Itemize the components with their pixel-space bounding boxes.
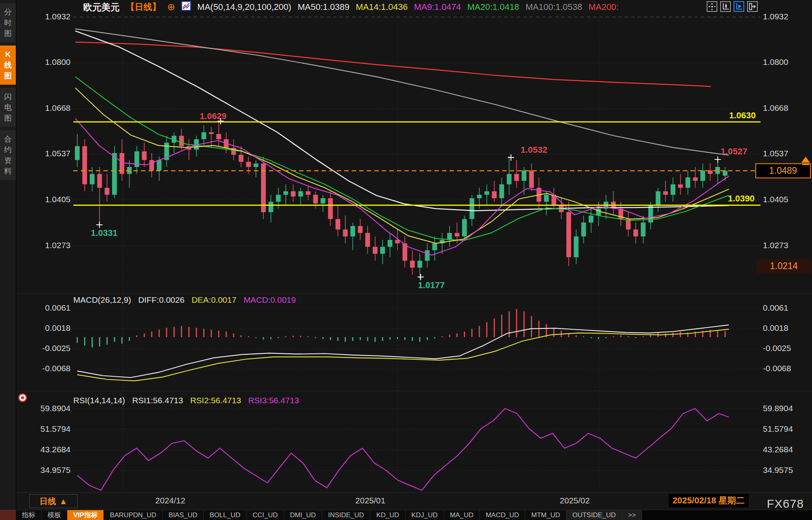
panel-collapse-tool-button[interactable] xyxy=(747,1,758,12)
sidebar-item-lightning-chart[interactable]: 闪电图 xyxy=(0,88,16,127)
price-annotation: 1.0629 xyxy=(200,111,226,121)
macd-macd-value: MACD:0.0019 xyxy=(244,295,296,305)
candle-body xyxy=(75,146,80,160)
candle-body xyxy=(693,177,698,181)
chart-canvas[interactable]: 1.06301.03901.04891.02141.09321.09321.08… xyxy=(0,0,812,520)
tab-dmiud[interactable]: DMI_UD xyxy=(284,510,322,520)
tab-kdud[interactable]: KD_UD xyxy=(370,510,406,520)
axis-label: 0.0018 xyxy=(763,323,788,332)
tab-insideud[interactable]: INSIDE_UD xyxy=(322,510,370,520)
candle-body xyxy=(105,188,109,195)
candle-body xyxy=(447,233,452,240)
axis-label: 51.5794 xyxy=(40,424,71,433)
candle-body xyxy=(142,151,147,160)
candle-body xyxy=(269,202,273,212)
candle-body xyxy=(425,250,430,260)
candle-body xyxy=(417,261,422,268)
macd-diff-value: DIFF:0.0026 xyxy=(138,295,185,305)
axis-label: 1.0668 xyxy=(45,103,71,112)
candle-body xyxy=(343,230,348,237)
x-axis-label: 2025/01 xyxy=(355,496,385,505)
rsi-line xyxy=(77,408,729,490)
period-selector[interactable]: 日线 ▲ xyxy=(29,494,78,508)
sidebar-item-time-chart[interactable]: 分时图 xyxy=(0,3,16,42)
tab-macdud[interactable]: MACD_UD xyxy=(480,510,525,520)
tab-[interactable]: >> xyxy=(622,510,642,520)
candle-body xyxy=(298,191,303,196)
candle-body xyxy=(723,171,728,176)
candle-body xyxy=(529,171,534,188)
rsi-header: RSI(14,14,14) RSI1:56.4713 RSI2:56.4713 … xyxy=(73,395,299,406)
ma-line-ma20 xyxy=(75,77,729,241)
candle-body xyxy=(581,222,586,236)
candle-body xyxy=(671,184,675,195)
indicator-tabbar: 指标模板VIP指标BARUPDN_UDBIAS_UDBOLL_UDCCI_UDD… xyxy=(0,510,812,520)
ma100-value: MA100:1.0538 xyxy=(526,2,582,12)
add-compare-icon[interactable]: ⊕ xyxy=(167,2,175,13)
ma50-value: MA50:1.0389 xyxy=(297,2,349,12)
axis-label: 51.5794 xyxy=(763,424,793,433)
tab-[interactable]: 指标 xyxy=(16,510,42,520)
candle-body xyxy=(492,191,497,198)
tab-[interactable]: 模板 xyxy=(42,510,67,520)
low-price-value: 1.0214 xyxy=(770,261,798,271)
axis-label: 1.0932 xyxy=(45,12,71,21)
tab-barupdnud[interactable]: BARUPDN_UD xyxy=(104,510,162,520)
candle-body xyxy=(656,191,660,205)
price-annotation: 1.0527 xyxy=(721,146,747,156)
tabbar-corner xyxy=(0,510,16,520)
mini-chart-icon[interactable] xyxy=(181,1,191,13)
candle-body xyxy=(291,191,295,196)
tab-outsideud[interactable]: OUTSIDE_UD xyxy=(566,510,622,520)
axis-candle-tool-button[interactable] xyxy=(720,1,731,12)
axis-play-tool-button[interactable] xyxy=(734,1,744,12)
tab-vip[interactable]: VIP指标 xyxy=(67,510,104,520)
level-label: 1.0390 xyxy=(728,194,755,203)
candle-body xyxy=(276,195,281,202)
macd-dea-value: DEA:0.0017 xyxy=(192,295,236,305)
rsi-params-label: RSI(14,14,14) xyxy=(73,396,125,405)
axis-label: 0.0018 xyxy=(45,323,71,332)
period-tag[interactable]: 【日线】 xyxy=(126,1,161,13)
axis-label: -0.0068 xyxy=(763,364,791,373)
candle-body xyxy=(388,240,393,247)
tab-biasud[interactable]: BIAS_UD xyxy=(163,510,204,520)
axis-label: 1.0405 xyxy=(45,195,71,204)
tab-maud[interactable]: MA_UD xyxy=(444,510,480,520)
crosshair-tool-button[interactable] xyxy=(707,1,717,12)
axis-label: 43.2684 xyxy=(763,445,793,454)
macd-params-label: MACD(26,12,9) xyxy=(73,295,131,305)
record-dot-icon[interactable] xyxy=(18,393,27,402)
ma9-value: MA9:1.0474 xyxy=(414,2,461,12)
axis-label: 0.0061 xyxy=(763,303,788,312)
candle-body xyxy=(596,209,601,216)
tab-cciud[interactable]: CCI_UD xyxy=(247,510,284,520)
axis-label: 1.0932 xyxy=(763,12,788,21)
rsi3-value: RSI3:56.4713 xyxy=(248,396,299,405)
axis-label: 43.2684 xyxy=(40,445,71,454)
tab-bollud[interactable]: BOLL_UD xyxy=(204,510,246,520)
candle-body xyxy=(477,195,482,198)
candle-body xyxy=(514,174,519,181)
candle-body xyxy=(633,230,638,237)
candle-body xyxy=(313,195,318,203)
candle-body xyxy=(410,261,415,268)
chart-type-sidebar: 分时图K线图闪电图合约资料 xyxy=(0,0,16,520)
brand-watermark: FX678 xyxy=(767,497,804,511)
sidebar-item-contract-info[interactable]: 合约资料 xyxy=(0,130,16,180)
tab-kdjud[interactable]: KDJ_UD xyxy=(406,510,444,520)
axis-label: -0.0025 xyxy=(763,344,791,353)
candle-body xyxy=(209,132,213,134)
candle-body xyxy=(306,191,311,195)
candle-body xyxy=(82,146,87,184)
macd-header: MACD(26,12,9) DIFF:0.0026 DEA:0.0017 MAC… xyxy=(73,295,296,305)
candle-body xyxy=(641,222,646,236)
tab-mtmud[interactable]: MTM_UD xyxy=(525,510,566,520)
candle-body xyxy=(216,134,221,139)
axis-label: 34.9575 xyxy=(40,465,71,474)
ma14-value: MA14:1.0436 xyxy=(356,2,408,12)
price-annotation: 1.0331 xyxy=(91,228,117,238)
candle-body xyxy=(239,155,244,162)
candle-body xyxy=(455,233,459,237)
sidebar-item-kline-chart[interactable]: K线图 xyxy=(0,46,16,85)
